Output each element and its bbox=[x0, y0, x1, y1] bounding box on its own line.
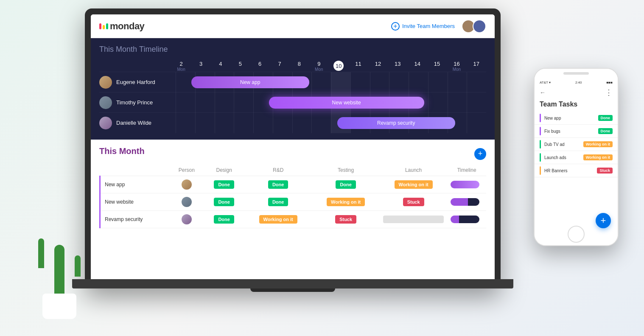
col-rd: R&D bbox=[244, 165, 312, 176]
task-color-indicator-5 bbox=[540, 166, 541, 175]
add-column-button[interactable]: + bbox=[474, 148, 486, 160]
day-17: 17 bbox=[467, 61, 486, 72]
phone-nav: ← ⋮ bbox=[535, 86, 618, 99]
task-color-indicator-4 bbox=[540, 153, 541, 162]
logo-bars bbox=[99, 23, 108, 29]
timeline-title: This Month Timeline bbox=[99, 45, 486, 54]
phone-fab-button[interactable]: + bbox=[596, 213, 611, 228]
avatar-timothy bbox=[99, 96, 112, 109]
timeline-grid-3: Revamp security bbox=[176, 113, 486, 133]
design-cell-3: Done bbox=[204, 211, 244, 228]
phone-task-row-4: Launch ads Working on it bbox=[535, 151, 618, 164]
table-row: Revamp security Done Working on it Stuck bbox=[100, 211, 487, 228]
phone-task-row-1: New app Done bbox=[535, 112, 618, 125]
day-12: 12 bbox=[368, 61, 388, 72]
phone-task-row-5: HR Banners Stuck bbox=[535, 164, 618, 177]
table-header-row: Person Design R&D Testing Launch Timelin… bbox=[100, 165, 487, 176]
rd-cell-2: Done bbox=[244, 193, 312, 211]
day-9: 9 Mon bbox=[309, 61, 329, 72]
day-7: 7 bbox=[270, 61, 289, 72]
tasks-table: Person Design R&D Testing Launch Timelin… bbox=[99, 165, 486, 228]
cactus-pot bbox=[42, 294, 76, 319]
person-cell-3 bbox=[169, 211, 204, 228]
app-header: monday + Invite Team Members bbox=[91, 14, 495, 38]
back-icon[interactable]: ← bbox=[540, 89, 546, 96]
col-testing: Testing bbox=[312, 165, 379, 176]
menu-icon[interactable]: ⋮ bbox=[605, 88, 613, 97]
timeline-section: This Month Timeline 2 Mon 3 4 5 6 7 bbox=[91, 38, 495, 140]
person-timothy: Timothy Prince bbox=[99, 96, 176, 109]
person-cell-2 bbox=[169, 193, 204, 211]
phone-home-button[interactable] bbox=[568, 226, 585, 243]
task-color-indicator-1 bbox=[540, 114, 541, 122]
logo-bar-red bbox=[99, 23, 101, 29]
person-danielle: Danielle Wilde bbox=[99, 117, 176, 129]
day-11: 11 bbox=[348, 61, 368, 72]
timeline-cell-2 bbox=[447, 193, 486, 211]
launch-cell-3 bbox=[380, 211, 447, 228]
plus-icon: + bbox=[391, 22, 400, 31]
day-14: 14 bbox=[408, 61, 427, 72]
timeline-cell-1 bbox=[447, 176, 486, 193]
table-row: New website Done Done Working on it Stuc… bbox=[100, 193, 487, 211]
day-15: 15 bbox=[427, 61, 447, 72]
day-16: 16 Mon bbox=[447, 61, 466, 72]
scene: monday + Invite Team Members bbox=[0, 0, 644, 336]
table-row: New app Done Done Done Working on it bbox=[100, 176, 487, 193]
mini-timeline-3 bbox=[451, 216, 479, 223]
rd-cell-3: Working on it bbox=[244, 211, 312, 228]
launch-cell-1: Working on it bbox=[380, 176, 447, 193]
laptop-screen: monday + Invite Team Members bbox=[91, 14, 495, 283]
person-eugene: Eugene Harford bbox=[99, 76, 176, 89]
design-cell-1: Done bbox=[204, 176, 244, 193]
phone-screen: AT&T ▾ 2:40 ■■■ ← ⋮ Team Tasks New app D… bbox=[535, 69, 618, 245]
table-title: This Month bbox=[99, 146, 145, 156]
rd-cell-1: Done bbox=[244, 176, 312, 193]
header-right: + Invite Team Members bbox=[391, 20, 486, 33]
phone-app-title: Team Tasks bbox=[535, 99, 618, 112]
avatar-group bbox=[462, 20, 486, 33]
task-name-1: New app bbox=[100, 176, 170, 193]
laptop: monday + Invite Team Members bbox=[85, 8, 501, 314]
col-task bbox=[100, 165, 170, 176]
day-4: 4 bbox=[211, 61, 230, 72]
phone-status-bar: AT&T ▾ 2:40 ■■■ bbox=[535, 79, 618, 86]
cactus-decoration bbox=[25, 217, 93, 319]
timeline-cell-3 bbox=[447, 211, 486, 228]
cactus-main bbox=[54, 245, 64, 296]
col-launch: Launch bbox=[380, 165, 447, 176]
day-3: 3 bbox=[191, 61, 210, 72]
logo-bar-yellow bbox=[103, 25, 105, 29]
avatar-danielle bbox=[99, 117, 112, 129]
table-section: This Month + Person Design R&D Testing L… bbox=[91, 140, 495, 235]
timeline-row-3: Danielle Wilde bbox=[99, 112, 486, 133]
testing-cell-2: Working on it bbox=[312, 193, 379, 211]
col-person: Person bbox=[169, 165, 204, 176]
day-2: 2 Mon bbox=[171, 61, 191, 72]
task-name-3: Revamp security bbox=[100, 211, 170, 228]
bar-new-app: New app bbox=[191, 76, 309, 88]
timeline-day-headers: 2 Mon 3 4 5 6 7 8 9 Mon bbox=[171, 61, 486, 72]
day-8: 8 bbox=[289, 61, 309, 72]
col-design: Design bbox=[204, 165, 244, 176]
task-avatar-3 bbox=[182, 214, 192, 224]
person-cell-1 bbox=[169, 176, 204, 193]
task-avatar-1 bbox=[182, 179, 192, 190]
day-6: 6 bbox=[250, 61, 270, 72]
cactus-arm-left bbox=[38, 238, 44, 268]
laptop-base bbox=[72, 279, 513, 288]
task-avatar-2 bbox=[182, 197, 192, 207]
phone-outer: AT&T ▾ 2:40 ■■■ ← ⋮ Team Tasks New app D… bbox=[534, 68, 619, 246]
bar-revamp-security: Revamp security bbox=[337, 117, 455, 129]
phone-notch bbox=[563, 72, 589, 75]
avatar-eugene bbox=[99, 76, 112, 89]
timeline-grid-1: New app bbox=[176, 72, 486, 92]
invite-button[interactable]: + Invite Team Members bbox=[391, 22, 455, 31]
logo-bar-green bbox=[106, 23, 108, 29]
task-color-indicator-3 bbox=[540, 140, 541, 148]
timeline-row-2: Timothy Prince bbox=[99, 92, 486, 112]
launch-cell-2: Stuck bbox=[380, 193, 447, 211]
bar-new-website: New website bbox=[269, 97, 424, 109]
cactus-arm-right bbox=[75, 255, 81, 277]
avatar-2 bbox=[473, 20, 486, 33]
